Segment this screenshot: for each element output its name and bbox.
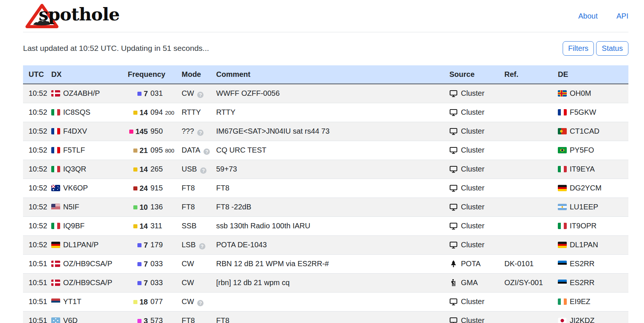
mode-help-icon[interactable]: ? bbox=[204, 149, 210, 155]
spot-utc-cell: 10:52 bbox=[23, 122, 48, 141]
spot-de-cell: CT1CAD bbox=[553, 122, 628, 141]
spot-dx-cell: F5TLF bbox=[48, 141, 123, 160]
de-flag-icon bbox=[51, 242, 60, 248]
spot-utc-cell: 10:52 bbox=[23, 198, 48, 216]
dk-flag-icon bbox=[51, 280, 60, 286]
mode-help-icon[interactable]: ? bbox=[197, 300, 204, 306]
mode-label: CW bbox=[182, 260, 194, 268]
source-label: Cluster bbox=[461, 222, 484, 230]
spot-mode-cell: FT8 bbox=[176, 311, 211, 323]
band-color-square bbox=[133, 300, 137, 304]
spot-mode-cell: USB? bbox=[176, 160, 211, 179]
mode-help-icon[interactable]: ? bbox=[199, 243, 205, 249]
brand-logo[interactable]: spothole bbox=[23, 0, 146, 32]
mode-label: ??? bbox=[182, 127, 194, 135]
band-color-square bbox=[137, 92, 142, 96]
de-callsign: DG2YCM bbox=[570, 184, 602, 192]
spot-utc-cell: 10:51 bbox=[23, 273, 48, 292]
spot-de-cell: EI9EZ bbox=[553, 292, 628, 311]
source-label: Cluster bbox=[461, 241, 484, 249]
nav-about-link[interactable]: About bbox=[578, 12, 598, 20]
comment-text: FT8 bbox=[216, 184, 230, 192]
de-callsign: IT9OPR bbox=[570, 222, 596, 230]
mode-label: CW bbox=[182, 297, 194, 306]
dx-callsign: OZ/HB9CSA/P bbox=[63, 260, 112, 268]
spot-frequency-cell: 7031 bbox=[123, 84, 176, 103]
monitor-icon bbox=[449, 241, 458, 249]
ref-code: OZI/SY-001 bbox=[504, 278, 543, 287]
status-button[interactable]: Status bbox=[596, 41, 628, 56]
spots-table: UTCDXFrequencyModeCommentSourceRef.DE 10… bbox=[23, 65, 628, 323]
spot-dx-cell: DL1PAN/P bbox=[48, 235, 123, 254]
spot-mode-cell: RTTY bbox=[176, 103, 211, 122]
spot-utc-cell: 10:52 bbox=[23, 160, 48, 179]
spot-frequency-cell: 24915 bbox=[123, 179, 176, 198]
spot-comment-cell: [rbn] 12 db 21 wpm cq bbox=[211, 273, 444, 292]
monitor-icon bbox=[449, 108, 458, 117]
dx-callsign: F5TLF bbox=[63, 146, 85, 154]
spot-comment-cell: ssb 130th Radio 100th IARU bbox=[211, 216, 444, 235]
spot-comment-cell bbox=[211, 292, 444, 311]
monitor-icon bbox=[449, 127, 458, 136]
frequency-mhz: 7 bbox=[144, 279, 148, 287]
top-nav: About API bbox=[561, 12, 628, 20]
au-flag-icon bbox=[51, 185, 60, 191]
spot-dx-cell: VK6OP bbox=[48, 179, 123, 198]
spot-ref-cell bbox=[499, 160, 553, 179]
spot-frequency-cell: 7033 bbox=[123, 254, 176, 273]
frequency-khz: 311 bbox=[150, 222, 162, 230]
spot-dx-cell: IC8SQS bbox=[48, 103, 123, 122]
dx-callsign: VK6OP bbox=[63, 184, 88, 192]
frequency-khz: 573 bbox=[150, 316, 163, 323]
de-callsign: F5GKW bbox=[570, 108, 596, 116]
it-flag-icon bbox=[558, 223, 567, 229]
band-color-square bbox=[133, 186, 137, 190]
mode-help-icon[interactable]: ? bbox=[200, 167, 206, 174]
band-color-square bbox=[133, 111, 137, 115]
monitor-icon bbox=[449, 317, 458, 323]
spot-dx-cell: V6D bbox=[48, 311, 123, 323]
it-flag-icon bbox=[558, 166, 567, 172]
spot-comment-cell: 59+73 bbox=[211, 160, 444, 179]
ax-flag-icon bbox=[558, 90, 567, 97]
frequency-hz: 800 bbox=[165, 147, 174, 154]
spot-source-cell: Cluster bbox=[444, 311, 499, 323]
spot-utc-cell: 10:51 bbox=[23, 254, 48, 273]
spot-frequency-cell: 18077 bbox=[123, 292, 176, 311]
source-label: Cluster bbox=[461, 127, 484, 135]
filters-button[interactable]: Filters bbox=[563, 41, 594, 56]
col-header-utc: UTC bbox=[23, 65, 48, 84]
spot-ref-cell bbox=[499, 122, 553, 141]
frequency-khz: 033 bbox=[150, 278, 163, 287]
spot-mode-cell: CW? bbox=[176, 84, 211, 103]
source-label: Cluster bbox=[461, 316, 484, 323]
spot-time: 10:52 bbox=[29, 165, 47, 173]
monitor-icon bbox=[449, 298, 458, 306]
frequency-khz: 033 bbox=[150, 260, 163, 268]
source-label: Cluster bbox=[461, 203, 484, 211]
spot-frequency-cell: 10136 bbox=[123, 198, 176, 216]
nav-api-link[interactable]: API bbox=[617, 12, 628, 20]
frequency-lead: 145 bbox=[128, 127, 148, 136]
mode-help-icon[interactable]: ? bbox=[197, 130, 204, 136]
ref-code: DK-0101 bbox=[504, 260, 534, 268]
spot-time: 10:52 bbox=[29, 108, 47, 116]
spot-ref-cell: DK-0101 bbox=[499, 254, 553, 273]
frequency-mhz: 7 bbox=[144, 241, 148, 249]
frequency-mhz: 7 bbox=[144, 89, 148, 98]
dk-flag-icon bbox=[51, 261, 60, 267]
mode-help-icon[interactable]: ? bbox=[197, 92, 204, 98]
spot-utc-cell: 10:52 bbox=[23, 235, 48, 254]
band-color-square bbox=[133, 149, 137, 153]
spot-source-cell: Cluster bbox=[444, 216, 499, 235]
frequency-mhz: 14 bbox=[140, 222, 148, 231]
monitor-icon bbox=[449, 184, 458, 192]
col-header-dx: DX bbox=[48, 65, 123, 84]
tree-icon bbox=[449, 260, 458, 268]
spot-comment-cell: WWFF OZFF-0056 bbox=[211, 84, 444, 103]
frequency-lead: 14 bbox=[128, 222, 148, 231]
mode-label: RTTY bbox=[182, 108, 201, 116]
spot-comment-cell: CQ URC TEST bbox=[211, 141, 444, 160]
band-color-square bbox=[137, 319, 142, 323]
spot-source-cell: Cluster bbox=[444, 141, 499, 160]
